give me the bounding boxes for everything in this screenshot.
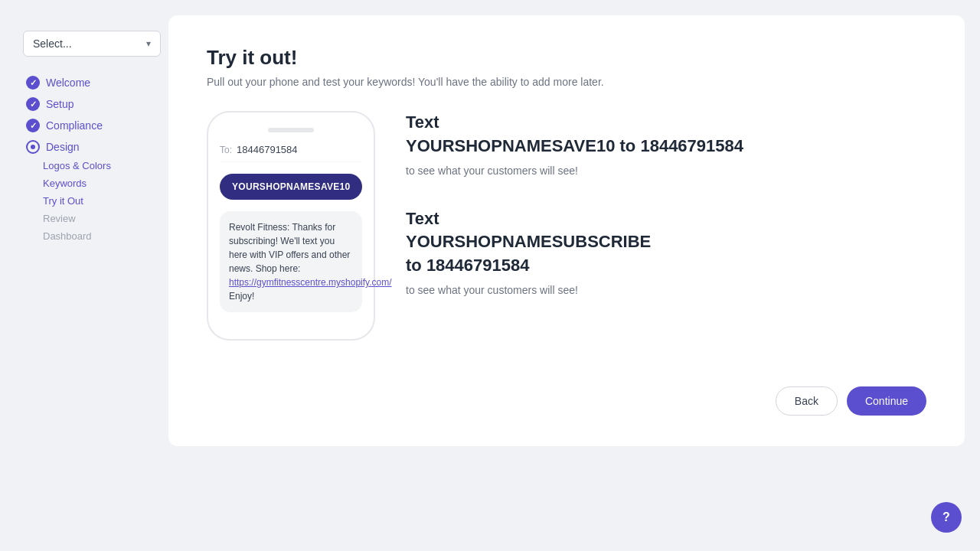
continue-button[interactable]: Continue bbox=[847, 386, 926, 416]
sub-nav-try-it-out[interactable]: Try it Out bbox=[43, 193, 161, 209]
chevron-down-icon: ▾ bbox=[146, 38, 151, 49]
footer-buttons: Back Continue bbox=[207, 371, 926, 416]
i2-prefix: Text bbox=[406, 209, 439, 228]
i1-kw: YOURSHOPNAMESAVE10 to 18446791584 bbox=[406, 136, 743, 155]
check-icon bbox=[26, 119, 40, 132]
phone-speaker bbox=[268, 128, 314, 132]
instruction-block-save10: TextYOURSHOPNAMESAVE10 to 18446791584 to… bbox=[406, 111, 926, 177]
instruction-sub-2: to see what your customers will see! bbox=[406, 284, 926, 296]
message-text: Revolt Fitness: Thanks for subscribing! … bbox=[229, 222, 350, 274]
sub-nav-review[interactable]: Review bbox=[43, 210, 161, 227]
message-bubble: Revolt Fitness: Thanks for subscribing! … bbox=[220, 211, 362, 312]
i2-kw: YOURSHOPNAMESUBSCRIBEto 18446791584 bbox=[406, 232, 651, 275]
i1-prefix: Text bbox=[406, 112, 439, 132]
sidebar: Select... ▾ Welcome Setup Compliance Des… bbox=[15, 15, 168, 446]
instruction-text-save10: TextYOURSHOPNAMESAVE10 to 18446791584 bbox=[406, 111, 926, 158]
phone-to-field: To: 18446791584 bbox=[220, 144, 362, 162]
phone-number: 18446791584 bbox=[237, 144, 298, 155]
page-title: Try it out! bbox=[207, 46, 926, 70]
question-mark-icon: ? bbox=[942, 510, 950, 524]
instruction-sub-1: to see what your customers will see! bbox=[406, 165, 926, 177]
message-end: Enjoy! bbox=[229, 291, 254, 302]
sidebar-item-label: Compliance bbox=[46, 119, 103, 132]
check-icon bbox=[26, 97, 40, 111]
sidebar-item-label: Design bbox=[46, 141, 80, 153]
instructions-area: TextYOURSHOPNAMESAVE10 to 18446791584 to… bbox=[406, 111, 926, 296]
content-area: To: 18446791584 YOURSHOPNAMESAVE10 Revol… bbox=[207, 111, 926, 341]
to-label: To: bbox=[220, 145, 232, 155]
sub-nav-dashboard[interactable]: Dashboard bbox=[43, 228, 161, 244]
sub-nav: Logos & Colors Keywords Try it Out Revie… bbox=[43, 158, 161, 244]
sub-nav-logos-colors[interactable]: Logos & Colors bbox=[43, 158, 161, 174]
keyword-button[interactable]: YOURSHOPNAMESAVE10 bbox=[220, 174, 362, 200]
sub-nav-keywords[interactable]: Keywords bbox=[43, 175, 161, 191]
sidebar-item-compliance[interactable]: Compliance bbox=[23, 115, 161, 136]
sidebar-item-label: Setup bbox=[46, 98, 74, 110]
select-placeholder: Select... bbox=[33, 37, 72, 50]
instruction-text-subscribe: TextYOURSHOPNAMESUBSCRIBEto 18446791584 bbox=[406, 207, 926, 278]
dot-icon bbox=[26, 140, 40, 154]
sidebar-item-welcome[interactable]: Welcome bbox=[23, 72, 161, 93]
help-button[interactable]: ? bbox=[931, 502, 962, 533]
main-content: Try it out! Pull out your phone and test… bbox=[168, 15, 965, 446]
phone-mockup: To: 18446791584 YOURSHOPNAMESAVE10 Revol… bbox=[207, 111, 375, 341]
message-link: https://gymfitnesscentre.myshopify.com/ bbox=[229, 277, 392, 288]
sidebar-item-label: Welcome bbox=[46, 77, 90, 89]
sidebar-item-setup[interactable]: Setup bbox=[23, 93, 161, 115]
back-button[interactable]: Back bbox=[776, 386, 838, 416]
instruction-block-subscribe: TextYOURSHOPNAMESUBSCRIBEto 18446791584 … bbox=[406, 207, 926, 296]
sidebar-item-design[interactable]: Design bbox=[23, 136, 161, 158]
select-dropdown[interactable]: Select... ▾ bbox=[23, 31, 161, 57]
page-subtitle: Pull out your phone and test your keywor… bbox=[207, 76, 926, 88]
check-icon bbox=[26, 76, 40, 90]
